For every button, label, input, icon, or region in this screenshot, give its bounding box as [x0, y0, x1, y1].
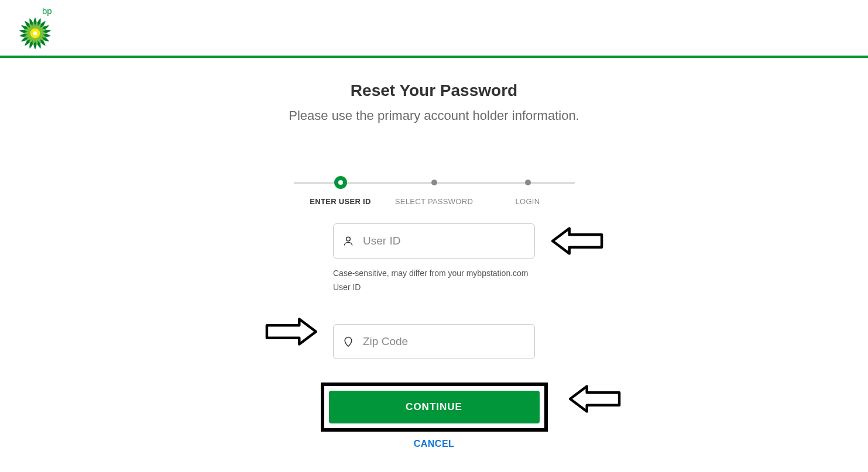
step-label: ENTER USER ID — [310, 197, 370, 206]
page-title: Reset Your Password — [0, 81, 868, 100]
step-login: LOGIN — [481, 176, 575, 206]
helios-icon — [18, 16, 53, 51]
continue-button-highlight: CONTINUE — [321, 383, 548, 432]
svg-point-1 — [33, 31, 37, 35]
cancel-link[interactable]: CANCEL — [414, 439, 455, 449]
step-label: LOGIN — [516, 197, 540, 206]
user-id-input[interactable] — [333, 223, 535, 259]
user-id-field-wrap — [333, 223, 535, 259]
step-enter-user-id: ENTER USER ID — [294, 176, 387, 206]
step-dot-inactive — [431, 180, 437, 185]
user-icon — [342, 235, 354, 247]
user-id-hint: Case-sensitive, may differ from your myb… — [333, 267, 535, 295]
annotation-arrow-icon — [563, 384, 627, 414]
annotation-arrow-icon — [551, 226, 604, 256]
step-label: SELECT PASSWORD — [395, 197, 473, 206]
main-content: Reset Your Password Please use the prima… — [0, 58, 868, 449]
page-subtitle: Please use the primary account holder in… — [0, 108, 868, 123]
location-pin-icon — [342, 336, 354, 347]
zip-code-input[interactable] — [333, 324, 535, 359]
svg-point-2 — [346, 237, 351, 241]
step-dot-active — [334, 176, 347, 189]
continue-button[interactable]: CONTINUE — [329, 391, 540, 423]
step-select-password: SELECT PASSWORD — [387, 176, 481, 206]
bp-wordmark: bp — [42, 6, 53, 16]
header: bp — [0, 0, 868, 58]
annotation-arrow-icon — [265, 317, 317, 346]
form-area: Case-sensitive, may differ from your myb… — [0, 223, 868, 449]
bp-logo[interactable]: bp — [18, 6, 53, 51]
step-dot-inactive — [525, 180, 531, 185]
zip-code-field-wrap — [333, 324, 535, 359]
progress-stepper: ENTER USER ID SELECT PASSWORD LOGIN — [294, 176, 575, 206]
